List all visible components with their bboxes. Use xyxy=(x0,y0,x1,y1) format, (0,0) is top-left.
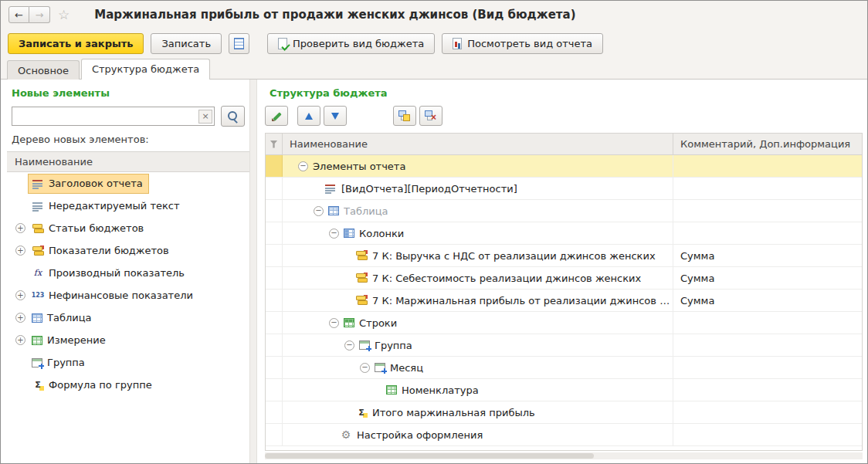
table-row[interactable]: − Месяц xyxy=(266,357,862,379)
move-down-button[interactable] xyxy=(324,106,347,126)
table-row[interactable]: − Строки xyxy=(266,312,862,334)
budget-view-window: ← → ☆ Маржинальная прибыль от продажи же… xyxy=(0,0,868,464)
nonfinancial-indicators-icon: 123 xyxy=(32,290,44,302)
comment-column-header[interactable]: Комментарий, Доп.информация xyxy=(673,134,862,154)
table-row[interactable]: − Таблица xyxy=(266,200,862,222)
expander-icon[interactable]: − xyxy=(329,318,339,328)
report-document-icon xyxy=(453,38,462,49)
name-column-header[interactable]: Наименование xyxy=(283,134,673,154)
table-row[interactable]: − Элементы отчета xyxy=(266,155,862,178)
table-row[interactable]: ⚙ Настройка оформления xyxy=(266,424,862,446)
list-item[interactable]: fx Производный показатель xyxy=(7,262,249,284)
row-marker-cell xyxy=(266,424,283,445)
row-marker-cell xyxy=(266,401,283,423)
row-label: Колонки xyxy=(359,228,404,239)
item-label: Нефинансовые показатели xyxy=(49,290,193,301)
filter-column-header[interactable] xyxy=(266,134,283,154)
search-button[interactable] xyxy=(221,106,245,127)
expander-icon[interactable]: − xyxy=(344,340,354,351)
expander-icon[interactable]: + xyxy=(15,223,25,233)
scrollbar-thumb[interactable] xyxy=(265,453,594,459)
row-marker-cell xyxy=(266,312,283,334)
tree-column-header[interactable]: Наименование xyxy=(7,152,249,172)
row-comment xyxy=(673,178,862,199)
search-box: × xyxy=(12,107,215,126)
tab-budget-structure[interactable]: Структура бюджета xyxy=(81,59,210,80)
budget-indicator-icon xyxy=(355,272,368,284)
row-comment: Сумма xyxy=(673,290,862,311)
table-icon xyxy=(328,206,339,215)
row-label: Строки xyxy=(359,317,397,329)
dimension-icon xyxy=(386,385,397,395)
table-row[interactable]: Номенклатура xyxy=(266,379,862,401)
more-actions-button[interactable] xyxy=(229,33,249,54)
row-marker-cell xyxy=(266,178,283,199)
expander-icon[interactable]: − xyxy=(329,229,339,239)
list-item[interactable]: Нередактируемый текст xyxy=(7,195,249,217)
list-item[interactable]: + Измерение xyxy=(7,329,249,351)
row-comment xyxy=(673,200,862,222)
move-up-button[interactable] xyxy=(297,106,320,126)
budget-indicator-icon xyxy=(355,249,368,262)
new-elements-panel: Новые элементы × Дерево новых элементов:… xyxy=(1,80,249,463)
list-item[interactable]: + Показатели бюджетов xyxy=(7,239,249,262)
row-marker-cell xyxy=(266,267,283,289)
forward-arrow-icon: → xyxy=(36,9,44,21)
list-item[interactable]: Σ Формула по группе xyxy=(7,374,249,396)
row-marker-cell xyxy=(266,290,283,311)
clear-search-icon[interactable]: × xyxy=(198,110,212,124)
list-item[interactable]: + Статьи бюджетов xyxy=(7,217,249,239)
sigma-icon: Σ xyxy=(32,379,44,391)
table-row[interactable]: [ВидОтчета][ПериодОтчетности] xyxy=(266,178,862,200)
list-icon xyxy=(234,38,244,49)
gear-icon: ⚙ xyxy=(340,428,352,441)
list-item[interactable]: Заголовок отчета xyxy=(7,172,249,195)
table-row[interactable]: 7 К: Выручка с НДС от реализации джинсов… xyxy=(266,245,862,267)
expander-icon[interactable]: − xyxy=(298,161,308,171)
row-marker-cell xyxy=(266,155,283,177)
budget-structure-panel: Структура бюджета Наименование Комментар… xyxy=(257,80,867,463)
save-button[interactable]: Записать xyxy=(151,33,222,54)
table-row[interactable]: − Колонки xyxy=(266,222,862,245)
expander-icon[interactable]: + xyxy=(15,335,25,345)
row-comment: Сумма xyxy=(673,245,862,266)
check-budget-view-button[interactable]: Проверить вид бюджета xyxy=(267,33,435,54)
row-marker-cell xyxy=(266,245,283,266)
tab-main[interactable]: Основное xyxy=(7,60,80,80)
favorite-star-icon[interactable]: ☆ xyxy=(58,7,70,22)
row-label: Элементы отчета xyxy=(313,161,405,172)
forward-button[interactable]: → xyxy=(29,6,50,23)
expander-icon[interactable]: + xyxy=(15,246,25,256)
tree-add-button[interactable] xyxy=(393,106,416,126)
list-item[interactable]: + Таблица xyxy=(7,307,249,329)
back-button[interactable]: ← xyxy=(8,6,29,23)
list-item[interactable]: Группа xyxy=(7,351,249,374)
tree-remove-button[interactable] xyxy=(419,106,442,126)
row-label: Таблица xyxy=(344,205,388,217)
list-item[interactable]: + 123 Нефинансовые показатели xyxy=(7,284,249,307)
row-label: Номенклатура xyxy=(402,384,479,396)
expander-icon[interactable]: − xyxy=(314,206,324,216)
table-row[interactable]: Σ Итого маржинальная прибыль xyxy=(266,401,862,424)
row-marker-cell xyxy=(266,222,283,244)
table-header: Наименование Комментарий, Доп.информация xyxy=(266,134,862,155)
edit-button[interactable] xyxy=(265,106,288,126)
expander-icon[interactable]: + xyxy=(15,290,25,300)
row-marker-cell xyxy=(266,357,283,378)
expander-icon[interactable]: − xyxy=(360,363,370,373)
budget-structure-title: Структура бюджета xyxy=(270,87,863,99)
back-arrow-icon: ← xyxy=(15,9,23,21)
budget-indicator-icon xyxy=(355,294,368,307)
table-row[interactable]: − Группа xyxy=(266,334,862,357)
search-input[interactable] xyxy=(12,107,198,125)
table-row[interactable]: 7 К: Маржинальная прибыль от реализации … xyxy=(266,290,862,312)
sigma-icon: Σ xyxy=(355,406,368,418)
static-text-icon xyxy=(32,200,44,212)
panel-splitter[interactable] xyxy=(249,80,257,463)
item-label: Измерение xyxy=(47,334,106,346)
horizontal-scrollbar[interactable] xyxy=(265,452,863,459)
expander-icon[interactable]: + xyxy=(15,313,25,323)
save-and-close-button[interactable]: Записать и закрыть xyxy=(8,33,144,54)
table-row[interactable]: 7 К: Себестоимость реализации джинсов же… xyxy=(266,267,862,290)
view-report-button[interactable]: Посмотреть вид отчета xyxy=(442,33,603,54)
